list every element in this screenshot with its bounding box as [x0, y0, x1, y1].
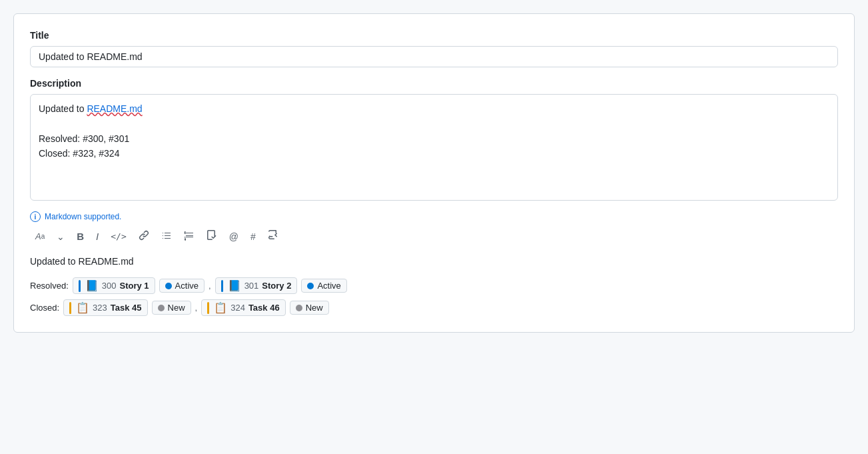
preview-text: Updated to README.md	[30, 256, 838, 267]
work-item-chip-301[interactable]: 📘 301 Story 2	[215, 277, 298, 294]
active-dot-301	[307, 283, 314, 289]
work-item-chip-324[interactable]: 📋 324 Task 46	[201, 299, 285, 316]
wi-title-301: Story 2	[262, 281, 291, 291]
description-line3: Closed: #323, #324	[39, 146, 829, 161]
status-label-300: Active	[175, 281, 199, 291]
link-icon	[139, 230, 149, 243]
description-line2: Resolved: #300, #301	[39, 131, 829, 146]
markdown-notice-text: Markdown supported.	[45, 212, 121, 221]
wi-number-300: 300	[102, 281, 117, 291]
comma-2: ,	[195, 303, 198, 313]
title-input[interactable]	[30, 46, 838, 67]
title-section: Title	[30, 30, 838, 67]
pr-icon	[268, 230, 278, 243]
work-item-chip-323[interactable]: 📋 323 Task 45	[63, 299, 147, 316]
new-dot-324	[296, 305, 302, 311]
wi-title-323: Task 45	[111, 303, 142, 313]
active-dot-300	[165, 283, 172, 289]
story-icon-300: 📘	[85, 279, 99, 292]
story-border-300	[79, 280, 81, 292]
bold-icon: B	[77, 231, 84, 242]
bullet-list-button[interactable]	[156, 227, 177, 245]
description-line1: Updated to README.md	[39, 101, 829, 116]
code-button[interactable]: </>	[105, 229, 131, 244]
task-icon-323: 📋	[76, 301, 89, 314]
pr-button[interactable]	[262, 227, 284, 245]
resolved-label: Resolved:	[30, 281, 69, 291]
hash-icon: #	[250, 231, 256, 242]
wi-title-324: Task 46	[248, 303, 280, 313]
closed-label: Closed:	[30, 303, 59, 313]
bullet-list-icon	[161, 230, 172, 243]
italic-button[interactable]: I	[91, 228, 104, 245]
description-section: Description Updated to README.md Resolve…	[30, 78, 838, 201]
mention-icon: @	[229, 231, 238, 242]
status-label-301: Active	[317, 281, 340, 291]
story-border-301	[221, 280, 223, 292]
link-button[interactable]	[133, 227, 155, 245]
status-badge-300: Active	[159, 279, 205, 293]
status-label-323: New	[168, 303, 185, 313]
status-badge-324: New	[290, 301, 329, 315]
info-icon: i	[30, 211, 41, 222]
bold-button[interactable]: B	[71, 228, 89, 245]
task-list-button[interactable]	[201, 227, 222, 245]
chevron-button[interactable]: ⌄	[51, 229, 70, 245]
text-style-icon: A	[35, 231, 41, 241]
wi-title-300: Story 1	[120, 281, 149, 291]
readme-link[interactable]: README.md	[87, 103, 142, 114]
closed-line: Closed: 📋 323 Task 45 New , 📋 324 Task 4…	[30, 299, 838, 316]
task-border-323	[69, 302, 71, 314]
hash-button[interactable]: #	[245, 229, 261, 245]
status-label-324: New	[306, 303, 323, 313]
work-item-chip-300[interactable]: 📘 300 Story 1	[73, 277, 155, 294]
italic-icon: I	[96, 231, 99, 242]
numbered-list-icon	[184, 230, 195, 243]
new-dot-323	[158, 305, 165, 311]
status-badge-301: Active	[301, 279, 346, 293]
title-label: Title	[30, 30, 838, 41]
text-style-button[interactable]: Aa	[30, 229, 50, 244]
numbered-list-button[interactable]	[179, 227, 200, 245]
wi-number-323: 323	[93, 303, 107, 313]
description-label: Description	[30, 78, 838, 89]
markdown-notice: i Markdown supported.	[30, 211, 838, 222]
code-icon: </>	[111, 231, 126, 241]
description-editor[interactable]: Updated to README.md Resolved: #300, #30…	[30, 94, 838, 201]
status-badge-323: New	[152, 301, 191, 315]
comma-1: ,	[209, 281, 211, 291]
resolved-line: Resolved: 📘 300 Story 1 Active , 📘 301 S…	[30, 277, 838, 294]
mention-button[interactable]: @	[224, 229, 244, 245]
task-list-icon	[207, 230, 217, 243]
story-icon-301: 📘	[228, 279, 241, 292]
main-container: Title Description Updated to README.md R…	[13, 13, 855, 333]
wi-number-324: 324	[230, 303, 245, 313]
task-border-324	[207, 302, 209, 314]
description-toolbar: Aa ⌄ B I </>	[30, 227, 838, 245]
task-icon-324: 📋	[214, 301, 227, 314]
work-items-section: Resolved: 📘 300 Story 1 Active , 📘 301 S…	[30, 277, 838, 316]
wi-number-301: 301	[244, 281, 259, 291]
chevron-down-icon: ⌄	[57, 231, 65, 242]
